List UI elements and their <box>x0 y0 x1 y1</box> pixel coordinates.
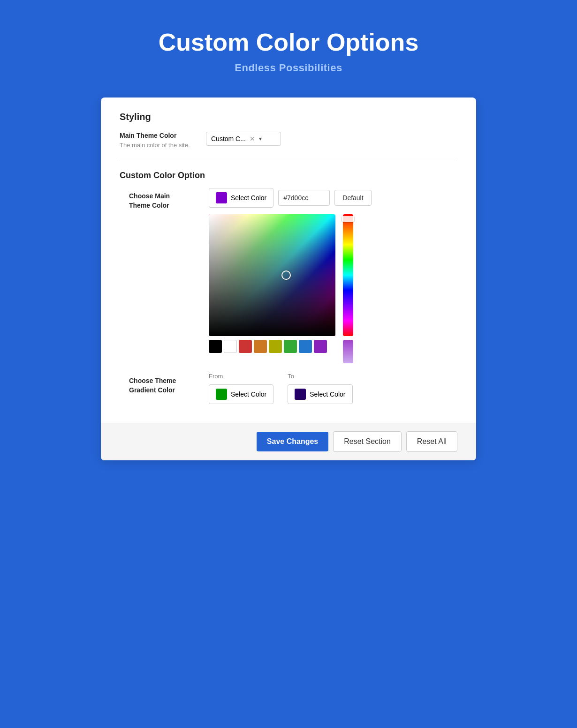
color-picker-section: Choose Main Theme Color Select Color Def… <box>120 188 457 404</box>
card-footer: Save Changes Reset Section Reset All <box>101 423 476 460</box>
from-color-swatch <box>216 389 227 400</box>
select-color-btn-from[interactable]: Select Color <box>209 384 273 404</box>
main-theme-select[interactable]: Custom C... ✕ ▾ <box>206 132 281 146</box>
swatch-red[interactable] <box>239 340 252 353</box>
gradient-from-col: From Select Color <box>209 373 273 404</box>
page-subtitle: Endless Possibilities <box>159 62 419 74</box>
to-color-swatch <box>295 389 306 400</box>
main-theme-label-block: Main Theme Color The main color of the s… <box>120 132 195 150</box>
select-color-btn-to[interactable]: Select Color <box>288 384 352 404</box>
swatch-yellow[interactable] <box>269 340 282 353</box>
color-btn-row: Select Color Default <box>209 188 457 208</box>
main-color-swatch <box>216 192 227 203</box>
reset-section-button[interactable]: Reset Section <box>333 431 402 452</box>
main-theme-label: Main Theme Color <box>120 132 195 139</box>
from-label: From <box>209 373 273 380</box>
to-select-label: Select Color <box>310 390 345 398</box>
main-color-controls: Select Color Default <box>209 188 457 363</box>
gradient-to-col: To Select Color <box>288 373 352 404</box>
select-color-label: Select Color <box>231 194 266 202</box>
gradient-color-row: Choose Theme Gradient Color From Select … <box>129 373 457 404</box>
choose-main-label: Choose Main Theme Color <box>129 188 195 210</box>
settings-card: Styling Main Theme Color The main color … <box>101 98 476 460</box>
main-color-row: Choose Main Theme Color Select Color Def… <box>129 188 457 363</box>
card-body: Styling Main Theme Color The main color … <box>101 98 476 423</box>
swatch-purple[interactable] <box>314 340 327 353</box>
page-header: Custom Color Options Endless Possibiliti… <box>159 28 419 74</box>
page-title: Custom Color Options <box>159 28 419 56</box>
alpha-preview <box>343 340 353 363</box>
from-select-label: Select Color <box>231 390 266 398</box>
select-clear-btn[interactable]: ✕ <box>250 135 255 143</box>
swatch-orange[interactable] <box>254 340 267 353</box>
choose-gradient-label: Choose Theme Gradient Color <box>129 373 195 395</box>
select-color-btn-main[interactable]: Select Color <box>209 188 273 208</box>
color-picker-canvas-area <box>209 214 457 363</box>
hue-slider-handle <box>342 216 354 222</box>
swatch-blue[interactable] <box>299 340 312 353</box>
subsection-title: Custom Color Option <box>120 171 457 180</box>
saturation-picker[interactable] <box>209 214 335 363</box>
hue-slider[interactable] <box>343 214 353 336</box>
default-btn[interactable]: Default <box>334 190 371 206</box>
select-value: Custom C... <box>211 135 246 143</box>
reset-all-button[interactable]: Reset All <box>406 431 457 452</box>
color-swatches-row <box>209 340 335 353</box>
main-theme-desc: The main color of the site. <box>120 141 195 150</box>
section-divider <box>120 161 457 161</box>
gradient-from-to: From Select Color To Select Color <box>209 373 457 404</box>
hue-slider-container <box>340 214 356 363</box>
save-changes-button[interactable]: Save Changes <box>257 432 328 451</box>
swatch-white[interactable] <box>224 340 237 353</box>
main-theme-field-row: Main Theme Color The main color of the s… <box>120 132 457 150</box>
gradient-color-controls: From Select Color To Select Color <box>209 373 457 404</box>
swatch-black[interactable] <box>209 340 222 353</box>
to-label: To <box>288 373 352 380</box>
swatch-green[interactable] <box>284 340 297 353</box>
select-arrow-icon: ▾ <box>259 135 262 142</box>
section-title: Styling <box>120 112 457 122</box>
hex-input[interactable] <box>278 190 330 206</box>
